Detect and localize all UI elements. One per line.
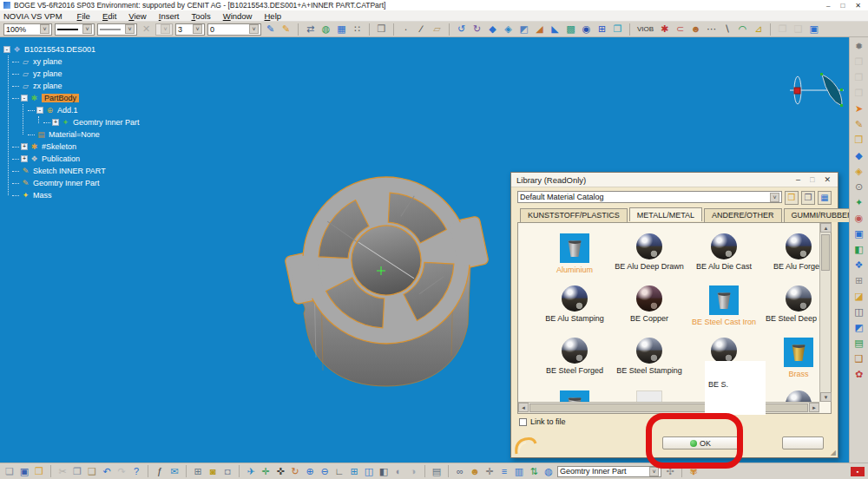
tree-skeleton[interactable]: +✱#Skeleton [2,141,184,153]
close-button[interactable]: ✕ [855,2,861,10]
fit-all-icon[interactable]: ✛ [260,465,272,477]
apply-material-icon[interactable]: ✿ [853,368,865,380]
menu-edit[interactable]: Edit [96,11,122,21]
menu-window[interactable]: Window [217,11,259,21]
line-color-combo[interactable]: ˅ [55,23,95,36]
chevron-down-icon[interactable]: ˅ [193,24,202,34]
join-icon[interactable]: ▩ [564,23,577,36]
material-item[interactable]: BE Copper [612,285,687,338]
material-catalog-combo[interactable]: Default Material Catalog ˅ [517,191,782,203]
tree-yz-plane[interactable]: ▱yz plane [2,68,184,80]
paint-update-icon[interactable]: ✎ [264,23,277,36]
scroll-down-icon[interactable]: ▼ [820,392,832,402]
material-item-partial[interactable] [761,390,819,402]
window-doc-icon[interactable]: ❐ [853,56,865,68]
window-cascade-icon[interactable]: ❑ [792,23,805,36]
curve-icon[interactable]: ↺ [455,23,468,36]
maximize-button[interactable]: □ [840,2,845,10]
material-item[interactable]: BE Steel Stamping [612,338,687,390]
cut-icon[interactable]: ✂ [56,465,69,477]
hole-icon[interactable]: ⊙ [853,180,865,193]
material-thumb-selected[interactable] [560,233,589,263]
undo-icon[interactable]: ↶ [101,465,113,477]
material-item[interactable]: BE Alu Deep Drawn [612,233,687,285]
material-sphere-thumb[interactable] [636,338,662,364]
3d-part-inner-part[interactable] [279,158,496,394]
pattern-icon[interactable]: ⊞ [595,23,608,36]
dialog-maximize-button[interactable]: □ [810,175,814,184]
pan-icon[interactable]: ✜ [274,465,286,477]
material-sphere-thumb[interactable] [562,338,588,364]
fx-icon[interactable]: ƒ [154,465,166,477]
chamfer-icon[interactable]: ◧ [853,243,865,255]
material-item[interactable]: BE Steel Cast Iron [687,285,761,338]
grid-icon[interactable]: ▦ [335,23,348,36]
expand-view-icon[interactable]: ✣ [664,465,676,477]
inertia-icon[interactable]: ❑ [853,352,865,364]
chevron-down-icon[interactable]: ˅ [40,24,49,34]
pad-icon[interactable]: ❒ [853,134,865,146]
shell-icon[interactable]: ⊞ [853,274,865,286]
vertical-scrollbar[interactable]: ▲ ▼ [819,223,831,402]
tree-mass[interactable]: ✦Mass [2,189,184,201]
tree-expander-icon[interactable]: + [21,143,28,150]
axis-icon[interactable]: ✛ [483,465,496,477]
dialog-title-bar[interactable]: Library (ReadOnly) – □ ✕ [511,173,838,187]
scrollbar-thumb[interactable] [821,234,830,271]
tab-kunststoff-plastics[interactable]: KUNSTSTOFF/PLASTICS [520,208,628,222]
link-icon[interactable]: ∞ [454,465,466,477]
material-sphere-thumb[interactable] [786,233,812,259]
cat-model-icon[interactable]: ☻ [469,465,481,477]
chevron-down-icon[interactable]: ˅ [125,24,135,34]
zoom-in-icon[interactable]: ⊕ [304,465,316,477]
printer-icon[interactable]: ▤ [431,465,443,477]
full-screen-icon[interactable]: ▣ [807,23,820,36]
material-item[interactable]: BE Alu Stamping [537,285,612,338]
multi-view-icon[interactable]: ⊞ [348,465,360,477]
tree-zx-plane[interactable]: ▱zx plane [2,80,184,92]
hide-show-icon[interactable]: ◐ [392,465,404,477]
tree-root-part[interactable]: -❖B10215543.DES001 [2,43,184,56]
material-item-partial[interactable] [612,390,687,402]
thickness-icon[interactable]: ◪ [853,290,865,302]
sphere-icon[interactable]: ◉ [580,23,593,36]
line-type-combo[interactable]: ˅ [97,23,137,36]
message-icon[interactable]: ✉ [168,465,181,477]
material-item[interactable]: BE Alu Forged [761,233,819,285]
save-icon[interactable]: ▣ [18,465,30,477]
redo-icon[interactable]: ↷ [115,465,128,477]
open-catalog-icon[interactable]: ❒ [785,191,799,205]
help-icon[interactable]: ? [130,465,142,477]
material-thumb-selected[interactable] [709,285,739,315]
material-sphere-thumb[interactable] [636,233,662,259]
material-thumb[interactable] [636,390,662,402]
window-doc2-icon[interactable]: ❐ [853,71,865,83]
material-item[interactable]: BE Alu Die Cast [687,233,761,285]
tree-expander-icon[interactable]: - [36,107,43,114]
fillet-icon[interactable]: ▣ [853,227,865,240]
catalog-cat-icon[interactable]: ✾ [687,465,700,477]
boolean-icon[interactable]: ◩ [853,321,865,333]
new-icon[interactable]: ❏ [3,465,16,477]
robot-icon[interactable]: ✱ [658,23,671,36]
plane-icon[interactable]: ▱ [431,23,444,36]
dialog-close-button[interactable]: ✕ [824,175,831,184]
tree-geomtry-inner-part-2[interactable]: ✎Geomtry Inner Part [2,177,184,189]
rotate-icon[interactable]: ↻ [289,465,301,477]
point-icon[interactable]: ∙ [399,23,412,36]
minimize-button[interactable]: – [826,2,830,10]
tree-add1[interactable]: -⊕Add.1 [2,104,184,116]
tree-expander-icon[interactable]: + [52,119,59,126]
paint-manual-icon[interactable]: ✎ [279,23,293,36]
snap-values-icon[interactable]: ≡ [498,465,510,477]
menu-tools[interactable]: Tools [186,11,217,21]
zoom-combo[interactable]: 100%˅ [3,23,52,36]
thread-icon[interactable]: ◫ [853,305,865,318]
split-icon[interactable]: ◆ [486,23,499,36]
dialog-minimize-button[interactable]: – [796,175,800,184]
iso-view-icon[interactable]: ◫ [363,465,375,477]
chevron-down-icon[interactable]: ˅ [649,467,659,476]
material-item[interactable]: BE Steel Forged [537,338,612,390]
chevron-down-icon[interactable]: ˅ [82,24,92,34]
more-dots-icon[interactable]: ⋯ [705,23,718,36]
